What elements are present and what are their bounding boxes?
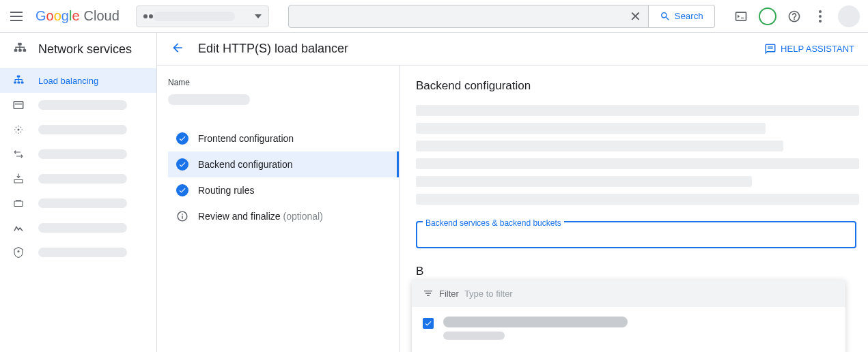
sidebar-item[interactable] <box>0 216 156 240</box>
avatar[interactable] <box>838 5 860 27</box>
app-header: Google Cloud ✕ Search <box>0 0 868 33</box>
config-title: Backend configuration <box>416 79 864 93</box>
sidebar-item[interactable] <box>0 191 156 216</box>
svg-rect-9 <box>15 104 23 105</box>
search-container: ✕ Search <box>288 5 715 28</box>
truncated-section-title: B <box>416 265 864 278</box>
config-column: Backend configuration Backend services &… <box>400 65 868 352</box>
popover-actions: CREATE A BACKEND SERVICE CREATE A BACKEN… <box>412 349 845 352</box>
svg-rect-11 <box>14 201 23 207</box>
check-icon <box>176 184 188 196</box>
sidebar-icon <box>12 123 25 136</box>
sidebar-icon <box>12 148 25 160</box>
svg-rect-7 <box>21 82 24 84</box>
search-input-wrap: ✕ <box>288 5 649 28</box>
option-name-redacted <box>443 317 628 327</box>
sidebar-icon <box>12 173 25 185</box>
redacted-line <box>416 141 783 151</box>
step-review[interactable]: Review and finalize (optional) <box>168 203 388 229</box>
chat-icon <box>764 43 776 55</box>
sidebar-icon <box>12 222 25 234</box>
lb-name-redacted <box>168 94 250 105</box>
redacted-line <box>416 158 859 169</box>
svg-rect-5 <box>14 82 16 84</box>
name-label: Name <box>168 78 388 87</box>
svg-rect-2 <box>18 49 22 52</box>
steps-column: Name Frontend configuration Backend conf… <box>157 65 400 352</box>
menu-icon[interactable] <box>8 8 25 25</box>
filter-icon <box>423 288 434 299</box>
sidebar-item[interactable] <box>0 142 156 166</box>
svg-rect-3 <box>23 49 27 52</box>
check-icon <box>176 158 188 171</box>
search-input[interactable] <box>296 11 630 22</box>
svg-rect-6 <box>18 82 20 84</box>
sidebar-item[interactable] <box>0 117 156 142</box>
chevron-down-icon <box>255 14 262 18</box>
sidebar-title: Network services <box>0 33 156 65</box>
help-icon[interactable] <box>786 8 802 25</box>
backend-dropdown-popover: Filter Type to filter CREATE A BACK <box>412 280 845 352</box>
filter-row[interactable]: Filter Type to filter <box>412 280 845 307</box>
google-cloud-logo[interactable]: Google Cloud <box>36 8 120 24</box>
svg-point-10 <box>18 129 20 131</box>
svg-rect-1 <box>14 49 18 52</box>
main-content: Edit HTTP(S) load balancer HELP ASSISTAN… <box>157 33 868 352</box>
sidebar-item[interactable] <box>0 240 156 265</box>
sidebar-icon <box>12 246 25 259</box>
checkbox-checked[interactable] <box>423 318 434 329</box>
logo-product-text: Cloud <box>84 8 120 24</box>
check-icon <box>176 132 188 145</box>
project-icon <box>143 14 148 18</box>
sidebar-icon <box>12 99 25 111</box>
load-balancing-icon <box>12 74 25 87</box>
back-button[interactable] <box>171 41 184 57</box>
cloud-shell-icon[interactable] <box>733 8 749 25</box>
backend-option-row[interactable] <box>412 307 845 349</box>
step-routing[interactable]: Routing rules <box>168 177 388 203</box>
redacted-line <box>416 194 859 205</box>
search-button[interactable]: Search <box>649 5 715 28</box>
backend-dropdown-label: Backend services & backend buckets <box>423 218 564 228</box>
svg-rect-0 <box>18 43 22 46</box>
svg-rect-8 <box>14 102 23 109</box>
sidebar-item[interactable] <box>0 166 156 191</box>
sidebar-item[interactable] <box>0 93 156 117</box>
sidebar-icon <box>12 197 25 209</box>
clear-icon[interactable]: ✕ <box>630 8 641 25</box>
step-frontend[interactable]: Frontend configuration <box>168 126 388 151</box>
project-selector[interactable] <box>136 5 269 27</box>
redacted-line <box>416 123 766 134</box>
help-assistant-button[interactable]: HELP ASSISTANT <box>764 43 854 55</box>
free-trial-icon[interactable] <box>759 8 776 25</box>
step-backend[interactable]: Backend configuration <box>168 151 399 177</box>
project-name-redacted <box>153 12 235 21</box>
page-header: Edit HTTP(S) load balancer HELP ASSISTAN… <box>157 33 868 65</box>
page-title: Edit HTTP(S) load balancer <box>198 42 348 56</box>
option-sub-redacted <box>443 332 505 340</box>
redacted-line <box>416 176 752 187</box>
sidebar-item-load-balancing[interactable]: Load balancing <box>0 68 156 93</box>
redacted-line <box>416 105 859 116</box>
sidebar: Network services Load balancing <box>0 33 157 352</box>
info-icon <box>176 210 188 222</box>
search-icon <box>660 11 671 22</box>
network-services-icon <box>12 42 27 57</box>
svg-rect-4 <box>17 76 20 78</box>
header-right <box>733 5 860 27</box>
more-icon[interactable] <box>812 8 828 25</box>
svg-point-12 <box>18 250 20 252</box>
